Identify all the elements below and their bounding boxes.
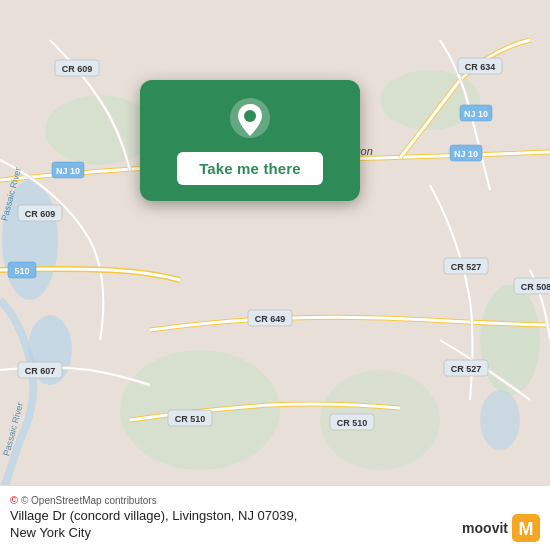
osm-credit: © © OpenStreetMap contributors: [10, 494, 540, 506]
svg-text:CR 634: CR 634: [465, 62, 496, 72]
svg-text:CR 607: CR 607: [25, 366, 56, 376]
svg-point-3: [480, 390, 520, 450]
take-me-there-button[interactable]: Take me there: [177, 152, 323, 185]
moovit-text: moovit: [462, 520, 508, 536]
svg-text:M: M: [519, 519, 534, 539]
svg-point-4: [45, 95, 155, 165]
osm-credit-text: © OpenStreetMap contributors: [21, 495, 157, 506]
map-container: CR 609 CR 609 CR 634 NJ 10 NJ 10 NJ 10 5…: [0, 0, 550, 550]
location-label: Village Dr (concord village), Livingston…: [10, 508, 540, 542]
location-pin-icon: [228, 98, 272, 142]
svg-text:CR 527: CR 527: [451, 262, 482, 272]
svg-text:CR 510: CR 510: [175, 414, 206, 424]
svg-point-40: [244, 110, 256, 122]
svg-text:CR 527: CR 527: [451, 364, 482, 374]
moovit-logo: moovit M: [462, 514, 540, 542]
svg-text:NJ 10: NJ 10: [56, 166, 80, 176]
osm-logo: ©: [10, 494, 18, 506]
svg-text:NJ 10: NJ 10: [454, 149, 478, 159]
svg-text:CR 510: CR 510: [337, 418, 368, 428]
svg-text:CR 609: CR 609: [25, 209, 56, 219]
svg-text:NJ 10: NJ 10: [464, 109, 488, 119]
location-card: Take me there: [140, 80, 360, 201]
svg-text:CR 508: CR 508: [521, 282, 550, 292]
svg-text:CR 609: CR 609: [62, 64, 93, 74]
svg-text:CR 649: CR 649: [255, 314, 286, 324]
moovit-icon: M: [512, 514, 540, 542]
svg-point-2: [480, 285, 540, 395]
svg-text:510: 510: [14, 266, 29, 276]
